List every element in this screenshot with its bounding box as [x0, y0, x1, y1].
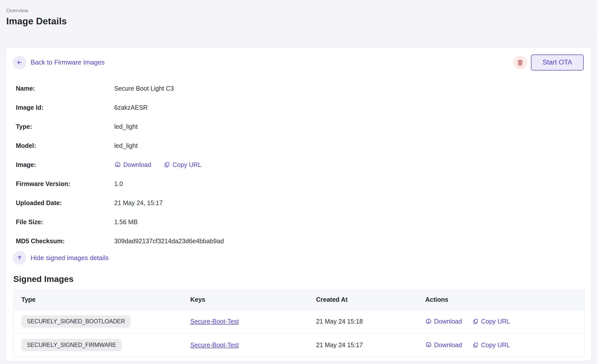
signed-images-heading: Signed Images [13, 274, 591, 284]
detail-label: Model: [16, 142, 114, 149]
keys-cell: Secure-Boot-Test [183, 318, 308, 325]
table-row: SECURELY_SIGNED_FIRMWARE Secure-Boot-Tes… [14, 333, 584, 356]
detail-label: Type: [16, 123, 114, 130]
download-circle-icon [114, 161, 121, 168]
column-header-created-at: Created At [308, 296, 417, 303]
page-title: Image Details [6, 16, 597, 27]
type-badge: SECURELY_SIGNED_FIRMWARE [21, 339, 122, 351]
trash-icon [517, 59, 524, 66]
download-link-label: Download [123, 161, 151, 168]
detail-value: 309dad92137cf3214da23d6e4bbab9ad [114, 237, 224, 245]
details-list: Name: Secure Boot Light C3 Image Id: 6za… [6, 79, 591, 251]
detail-value: Secure Boot Light C3 [114, 85, 174, 92]
key-link[interactable]: Secure-Boot-Test [190, 318, 239, 325]
hide-signed-images-row: Hide signed images details [6, 251, 591, 265]
download-link-label: Download [434, 341, 462, 349]
delete-image-button[interactable] [513, 56, 527, 69]
download-circle-icon [425, 318, 432, 325]
detail-label: Firmware Version: [16, 180, 114, 188]
signed-images-table: Type Keys Created At Actions SECURELY_SI… [13, 289, 584, 357]
arrow-up-icon [16, 255, 23, 261]
copy-url-link-label: Copy URL [481, 318, 510, 325]
detail-row-firmware-version: Firmware Version: 1.0 [6, 174, 591, 193]
detail-row-image: Image: Download Copy URL [6, 155, 591, 174]
row-download-link[interactable]: Download [425, 318, 462, 325]
image-download-link[interactable]: Download [114, 161, 151, 168]
arrow-left-icon [16, 59, 23, 66]
table-row: SECURELY_SIGNED_BOOTLOADER Secure-Boot-T… [14, 310, 584, 333]
created-at-cell: 21 May 24 15:18 [308, 318, 417, 325]
detail-label: MD5 Checksum: [16, 237, 114, 245]
breadcrumb: Overview [6, 7, 597, 14]
type-cell: SECURELY_SIGNED_FIRMWARE [14, 339, 183, 351]
column-header-actions: Actions [417, 296, 584, 303]
image-details-panel: Back to Firmware Images Start OTA Name: … [6, 47, 591, 361]
detail-value: 1.56 MB [114, 218, 138, 226]
hide-signed-images-link[interactable]: Hide signed images details [31, 254, 109, 262]
detail-row-model: Model: led_light [6, 136, 591, 155]
detail-value: led_light [114, 123, 138, 130]
start-ota-button[interactable]: Start OTA [531, 54, 584, 71]
detail-row-name: Name: Secure Boot Light C3 [6, 79, 591, 98]
back-to-firmware-images-link[interactable]: Back to Firmware Images [31, 58, 105, 66]
copy-icon [164, 161, 170, 168]
detail-row-file-size: File Size: 1.56 MB [6, 212, 591, 231]
type-cell: SECURELY_SIGNED_BOOTLOADER [14, 315, 183, 328]
detail-label: Name: [16, 85, 114, 92]
image-copy-url-link[interactable]: Copy URL [164, 161, 201, 168]
detail-row-uploaded-date: Uploaded Date: 21 May 24, 15:17 [6, 193, 591, 212]
row-copy-url-link[interactable]: Copy URL [472, 318, 510, 325]
detail-value: 1.0 [114, 180, 123, 188]
table-header-row: Type Keys Created At Actions [14, 290, 584, 310]
detail-value: led_light [114, 142, 138, 149]
download-circle-icon [425, 342, 432, 348]
detail-label: Uploaded Date: [16, 199, 114, 207]
copy-url-link-label: Copy URL [172, 161, 201, 168]
download-link-label: Download [434, 318, 462, 325]
back-button[interactable] [13, 56, 26, 69]
actions-cell: Download Copy URL [417, 341, 584, 349]
detail-value: 21 May 24, 15:17 [114, 199, 163, 207]
row-download-link[interactable]: Download [425, 341, 462, 349]
type-badge: SECURELY_SIGNED_BOOTLOADER [21, 315, 131, 328]
header-divider [4, 37, 597, 37]
copy-icon [472, 318, 479, 325]
row-copy-url-link[interactable]: Copy URL [472, 341, 510, 349]
key-link[interactable]: Secure-Boot-Test [190, 341, 239, 348]
created-at-cell: 21 May 24 15:17 [308, 341, 417, 349]
keys-cell: Secure-Boot-Test [183, 341, 308, 349]
detail-row-md5-checksum: MD5 Checksum: 309dad92137cf3214da23d6e4b… [6, 231, 591, 251]
hide-signed-images-button[interactable] [13, 251, 26, 265]
detail-row-image-id: Image Id: 6zakzAESR [6, 98, 591, 117]
actions-cell: Download Copy URL [417, 318, 584, 325]
page-header: Overview Image Details [0, 0, 597, 27]
detail-label: File Size: [16, 218, 114, 226]
copy-url-link-label: Copy URL [481, 341, 510, 349]
column-header-type: Type [14, 296, 183, 303]
detail-label: Image: [16, 161, 114, 168]
column-header-keys: Keys [183, 296, 308, 303]
detail-row-type: Type: led_light [6, 117, 591, 136]
panel-topbar: Back to Firmware Images Start OTA [6, 48, 591, 71]
detail-label: Image Id: [16, 104, 114, 111]
detail-value: 6zakzAESR [114, 104, 148, 111]
copy-icon [472, 342, 479, 348]
